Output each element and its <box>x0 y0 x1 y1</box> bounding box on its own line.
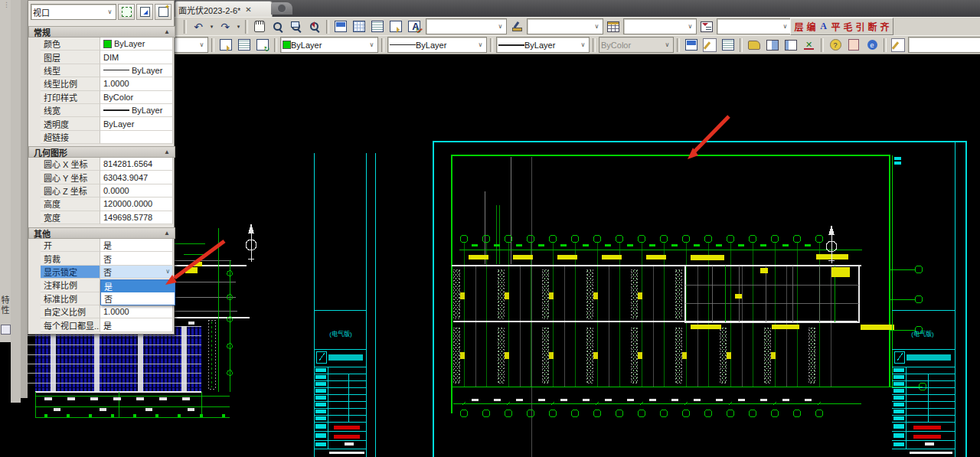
text-style-button[interactable] <box>407 18 424 35</box>
mleader-style-button[interactable] <box>698 18 715 35</box>
lineweight-control-value: ByLayer <box>524 41 579 50</box>
section-title: 几何图形 <box>34 146 67 158</box>
browser-button[interactable] <box>864 37 880 54</box>
command-field[interactable] <box>908 37 980 53</box>
section-header-general[interactable]: 常规 <box>28 26 175 38</box>
room-block <box>685 266 923 334</box>
etransmit-button[interactable] <box>387 18 404 35</box>
property-row: 打印样式ByColor <box>28 91 175 104</box>
hand-page-button[interactable] <box>845 37 862 54</box>
pan-button[interactable] <box>251 18 268 35</box>
custom-button-hair[interactable]: 毛 <box>842 20 854 34</box>
section-header-geometry[interactable]: 几何图形 <box>28 146 175 158</box>
lineweight-control-combo[interactable]: ByLayer <box>496 37 590 53</box>
layout-viewports-button[interactable] <box>332 18 349 35</box>
layer-states-button[interactable] <box>236 37 253 54</box>
export-sheet-icon <box>685 39 697 51</box>
hatched-strips-lower <box>453 325 894 383</box>
plotstyle-control-combo: ByColor <box>599 37 674 53</box>
custom-button-layer[interactable]: 层 <box>793 20 805 34</box>
chevron-down-icon <box>198 41 206 48</box>
tab-close-icon[interactable] <box>243 5 253 15</box>
custom-cad-toolbar: 层 编 A 平 毛 引 断 齐 <box>790 18 893 35</box>
collapse-icon[interactable] <box>164 149 170 155</box>
palette-title: 特性 <box>0 295 11 315</box>
collapse-icon[interactable] <box>164 230 170 237</box>
color-control-value: ByLayer <box>291 41 368 50</box>
select-objects-button[interactable] <box>155 4 172 20</box>
property-row-display-locked[interactable]: 显示锁定否 <box>28 266 175 279</box>
pencil-box-icon <box>891 38 905 52</box>
palette-grip-icon[interactable]: ⋮ <box>3 3 10 6</box>
redo-button[interactable] <box>217 18 234 35</box>
pickadd-toggle-button[interactable] <box>118 4 135 20</box>
linetype-control-combo[interactable]: ByLayer <box>387 37 487 53</box>
table-style-combo[interactable] <box>623 18 697 34</box>
select-objects-icon <box>158 7 168 17</box>
pan-hand-icon <box>254 21 265 32</box>
custom-button-text[interactable]: A <box>818 21 829 32</box>
sheet-grid-icon <box>353 21 365 32</box>
property-row: 每个视口都显...是 <box>28 318 175 331</box>
section-header-misc[interactable]: 其他 <box>28 227 175 239</box>
property-row: 圆心 Z 坐标0.0000 <box>28 184 175 197</box>
export-layout-button[interactable] <box>683 37 700 54</box>
zoom-previous-button[interactable] <box>306 18 323 35</box>
quick-select-button[interactable] <box>136 4 153 20</box>
mleader-style-combo[interactable] <box>717 18 792 34</box>
lineweight-glyph <box>103 109 129 111</box>
chevron-down-icon <box>476 41 485 48</box>
new-tab-button[interactable] <box>271 2 292 15</box>
etransmit-button-2[interactable] <box>746 37 763 54</box>
chevron-down-icon <box>106 8 114 15</box>
window-split-icon <box>766 40 779 51</box>
dim-text-marks-top <box>472 244 811 246</box>
panel-view-button[interactable] <box>782 37 799 54</box>
zoom-realtime-button[interactable] <box>270 18 286 35</box>
chevron-down-icon[interactable] <box>165 268 170 275</box>
edit-block-button[interactable] <box>701 37 718 54</box>
collapse-icon[interactable] <box>164 28 170 35</box>
toolbar-lock-button[interactable] <box>720 37 737 54</box>
palette-properties-icon[interactable] <box>1 325 11 335</box>
license-button[interactable] <box>827 37 844 54</box>
layer-previous-button[interactable] <box>254 37 271 54</box>
custom-button-align[interactable]: 齐 <box>879 20 890 34</box>
undo-button[interactable] <box>190 18 207 35</box>
undo-dropdown-icon[interactable] <box>208 19 215 34</box>
custom-button-break[interactable]: 断 <box>867 20 878 34</box>
sketch-button[interactable] <box>890 37 906 54</box>
table-style-button[interactable] <box>605 18 622 35</box>
window-tile-button[interactable] <box>764 37 781 54</box>
zoom-previous-icon <box>309 21 321 33</box>
zoom-window-button[interactable] <box>288 18 305 35</box>
property-row: 线宽ByLayer <box>28 104 175 117</box>
dropdown-option-yes[interactable]: 是 <box>101 280 175 292</box>
chevron-down-icon <box>368 41 376 48</box>
color-control-combo[interactable]: ByLayer <box>280 37 378 53</box>
autocad-window: (电气版) <box>0 0 980 457</box>
redo-dropdown-icon[interactable] <box>235 19 242 34</box>
dim-style-combo[interactable] <box>527 18 603 34</box>
property-row: 圆心 Y 坐标63043.9047 <box>28 171 175 184</box>
trim-button[interactable] <box>801 37 818 54</box>
object-type-selector[interactable]: 视口 <box>31 4 116 20</box>
sheet-set-manager-button[interactable] <box>351 18 368 35</box>
redo-icon <box>220 21 230 33</box>
red-stamp-bar <box>913 426 941 429</box>
document-tab[interactable]: 面光伏2023-2-6* <box>175 1 273 18</box>
custom-button-flat[interactable]: 平 <box>830 20 841 34</box>
palette-scroll-rail[interactable] <box>21 0 28 398</box>
text-style-combo[interactable] <box>426 18 507 34</box>
palette-title-bar[interactable]: ⋮ 特性 <box>0 0 11 342</box>
custom-button-leader[interactable]: 引 <box>854 20 866 34</box>
chevron-down-icon <box>663 41 671 48</box>
red-stamp-bar <box>334 435 360 439</box>
dim-style-button[interactable] <box>508 18 525 35</box>
make-layer-current-button[interactable] <box>217 37 234 54</box>
dropdown-option-no[interactable]: 否 <box>101 292 175 305</box>
markup-set-button[interactable] <box>369 18 386 35</box>
properties-palette: 视口 常规 颜色ByLayer 图层DIM 线型ByLayer 线型比例1.00… <box>28 0 175 335</box>
custom-button-edit[interactable]: 编 <box>805 20 817 34</box>
layer-states-icon <box>238 39 250 51</box>
